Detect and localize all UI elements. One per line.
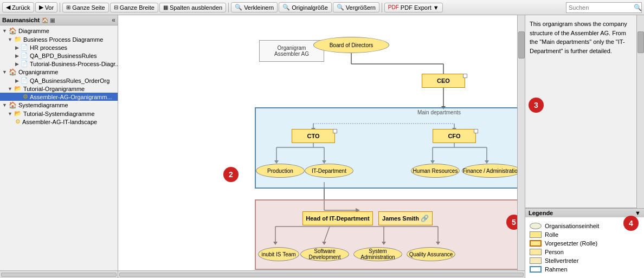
tree-hscroll-thumb[interactable] — [1, 273, 117, 277]
search-icon: 🔍 — [634, 4, 642, 11]
legend-frame-shape — [530, 266, 542, 273]
folder-icon: 🏠 — [9, 27, 17, 35]
canvas-area[interactable]: Organigram Assembler AG Board of Directo… — [118, 15, 517, 270]
canvas-vscroll[interactable] — [517, 15, 525, 270]
description-text: This organigram shows the company struct… — [530, 20, 632, 55]
right-vscroll-thumb[interactable] — [637, 31, 644, 53]
tree-item-qa-bpd[interactable]: ▶ 📄 QA_BPD_BusinessRules — [0, 51, 118, 60]
description-panel: This organigram shows the company struct… — [525, 15, 636, 208]
vscroll-thumb[interactable] — [518, 31, 525, 59]
tree-item-tutorial-org[interactable]: ▼ 📂 Tutorial-Organigramme — [0, 85, 118, 93]
expand-icon[interactable]: ▼ — [2, 102, 7, 108]
legend-role-label: Rolle — [545, 231, 558, 238]
sys-admin-node[interactable]: System Administration — [353, 247, 402, 261]
legend-content: Organisationseinheit Rolle Vorgesetzter … — [525, 217, 644, 278]
tree-collapse-button[interactable]: « — [112, 16, 115, 24]
hide-cols-button[interactable]: ▦ Spalten ausblenden — [159, 3, 226, 12]
expand-icon[interactable]: ▼ — [8, 37, 12, 42]
shrink-label: Verkleinern — [244, 4, 274, 11]
head-it-node[interactable]: Head of IT-Department — [302, 211, 373, 225]
expand-icon[interactable]: ▼ — [2, 28, 7, 34]
cto-node[interactable]: CTO — [292, 129, 335, 143]
human-resources-node[interactable]: Human Resources — [411, 164, 460, 178]
it-department-node[interactable]: IT-Department — [305, 164, 353, 178]
legend-item-person: Person — [530, 249, 640, 255]
search-box[interactable]: 🔍 — [566, 2, 642, 13]
folder-icon: 📄 — [21, 44, 28, 51]
legend-frame-label: Rahmen — [545, 266, 568, 273]
legend-rect-p-shape — [530, 249, 542, 255]
production-label: Production — [267, 168, 293, 174]
zoom-button[interactable]: 🔍 Vergrößern — [333, 2, 379, 12]
finance-label: Finance / Administration — [463, 168, 517, 174]
original-button[interactable]: 🔍 Originalgröße — [279, 2, 332, 12]
pdf-export-button[interactable]: PDF PDF Export ▼ — [384, 3, 443, 12]
inubit-label: inubit IS Team — [261, 251, 295, 257]
tree-item-tutorial-sys[interactable]: ▼ 📂 Tutorial-Systemdiagramme — [0, 109, 118, 118]
expand-icon[interactable]: ▶ — [15, 53, 19, 59]
expand-icon[interactable]: ▶ — [15, 78, 19, 83]
tree-item-assembler-it[interactable]: ⚙ Assembler-AG-IT-landscape — [0, 118, 118, 126]
tree-item-assembler-org[interactable]: ⚙ Assembler-AG-Organigramm... — [0, 93, 118, 101]
forward-button[interactable]: ▶ Vor — [35, 2, 58, 12]
expand-icon[interactable]: ▶ — [15, 61, 19, 67]
ceo-node[interactable]: CEO — [422, 74, 465, 88]
full-width-label: Ganze Breite — [120, 4, 154, 11]
tree-item-hr[interactable]: ▶ 📄 HR processes — [0, 43, 118, 51]
cfo-label: CFO — [448, 133, 460, 139]
legend-header[interactable]: Legende ▼ — [525, 209, 644, 217]
tree-item-label: Tutorial-Systemdiagramme — [23, 111, 95, 117]
folder-icon: 📂 — [14, 110, 22, 117]
tree-icons: 🏠 ▣ — [42, 17, 55, 23]
organigram-title-label: Organigram Assembler AG — [274, 45, 309, 57]
expand-icon[interactable]: ▶ — [15, 45, 19, 50]
james-smith-node[interactable]: James Smith 🔗 — [378, 211, 433, 225]
sw-dev-node[interactable]: Software Development — [300, 247, 349, 261]
legend-org-unit-label: Organisationseinheit — [545, 223, 599, 229]
tree-item-organigramme[interactable]: ▼ 🏠 Organigramme — [0, 68, 118, 76]
back-button[interactable]: ◀ Zurück — [2, 2, 34, 12]
tree-item-tutorial-bpd[interactable]: ▶ 📄 Tutorial-Business-Process-Diagr... — [0, 60, 118, 68]
shrink-button[interactable]: 🔍 Verkleinern — [231, 2, 278, 12]
folder-icon: 📁 — [14, 36, 22, 43]
full-width-button[interactable]: ⊟ Ganze Breite — [110, 3, 158, 12]
finance-node[interactable]: Finance / Administration — [462, 164, 517, 178]
folder-icon: 🏠 — [9, 68, 17, 76]
hide-cols-icon: ▦ — [163, 4, 168, 10]
legend-title: Legende — [529, 210, 553, 216]
legend-rect-o-shape — [530, 240, 542, 247]
tree-item-label: Organigramme — [18, 69, 58, 75]
tree-header: Baumansicht 🏠 ▣ « — [0, 15, 118, 25]
search-input[interactable] — [569, 4, 634, 11]
expand-icon[interactable]: ▼ — [8, 86, 12, 92]
legend-item-supervisor: Vorgesetzter (Rolle) — [530, 240, 640, 247]
hide-cols-label: Spalten ausblenden — [170, 4, 222, 11]
zoom-label: Vergrößern — [346, 4, 376, 11]
cfo-node[interactable]: CFO — [433, 129, 476, 143]
right-vscroll[interactable] — [636, 15, 644, 208]
legend-ellipse-shape — [530, 223, 542, 229]
full-page-button[interactable]: ⊞ Ganze Seite — [62, 3, 109, 12]
canvas-inner: Organigram Assembler AG Board of Directo… — [118, 15, 508, 270]
tree-item-label: Tutorial-Organigramme — [23, 86, 85, 92]
board-of-directors-node[interactable]: Board of Directors — [313, 37, 389, 53]
production-node[interactable]: Production — [256, 164, 305, 178]
inubit-node[interactable]: inubit IS Team — [258, 247, 299, 261]
tree-scrollbar[interactable] — [0, 270, 118, 278]
forward-icon: ▶ — [39, 4, 43, 11]
tree-item-diagramme[interactable]: ▼ 🏠 Diagramme — [0, 27, 118, 35]
tree-item-bpd[interactable]: ▼ 📁 Business Process Diagramme — [0, 35, 118, 43]
cfo-handle — [474, 129, 478, 133]
tree-content: ▼ 🏠 Diagramme ▼ 📁 Business Process Diagr… — [0, 25, 118, 270]
expand-icon[interactable]: ▼ — [8, 111, 12, 117]
canvas-hscroll[interactable] — [118, 270, 525, 278]
tree-item-qa-org[interactable]: ▶ 📄 QA_BusinessRules_OrderOrg — [0, 76, 118, 85]
tree-item-systemdiagramme[interactable]: ▼ 🏠 Systemdiagramme — [0, 101, 118, 109]
expand-icon[interactable]: ▼ — [2, 69, 7, 75]
canvas-hscroll-thumb[interactable] — [119, 273, 524, 277]
it-dept-label: IT-Department — [312, 168, 346, 174]
canvas-wrapper: Organigram Assembler AG Board of Directo… — [118, 15, 525, 270]
tree-item-label: Business Process Diagramme — [23, 36, 103, 43]
legend-collapse-icon: ▼ — [635, 210, 641, 216]
qa-node[interactable]: Quality Assurance — [407, 247, 455, 261]
